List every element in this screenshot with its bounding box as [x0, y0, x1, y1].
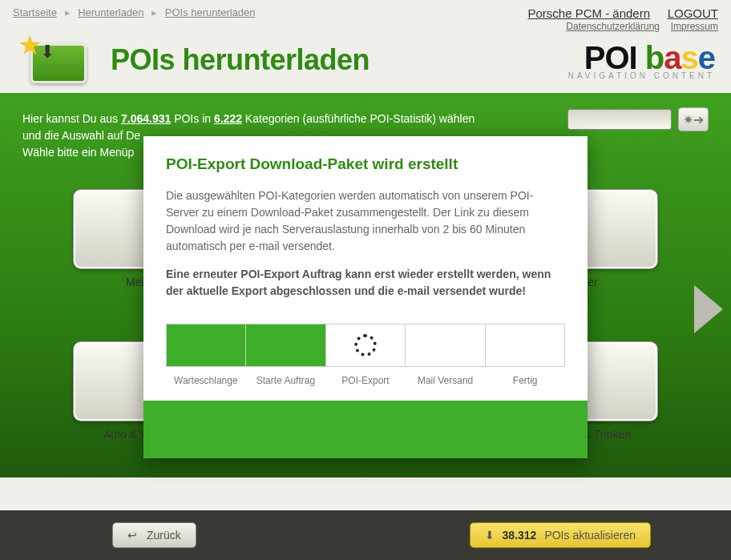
- export-modal: POI-Export Download-Paket wird erstellt …: [143, 136, 588, 458]
- modal-overlay: POI-Export Download-Paket wird erstellt …: [0, 0, 731, 560]
- step-done: [486, 324, 564, 366]
- progress-steps: [166, 324, 565, 367]
- step-queue: [167, 324, 246, 366]
- progress-labels: Warteschlange Starte Auftrag POI-Export …: [166, 375, 565, 386]
- modal-text-1: Die ausgewählten POI-Kategorien werden a…: [166, 187, 565, 255]
- spinner-icon: [354, 334, 377, 357]
- step-start: [246, 324, 325, 366]
- modal-title: POI-Export Download-Paket wird erstellt: [166, 155, 565, 173]
- step-export: [326, 324, 406, 366]
- step-mail: [406, 324, 485, 366]
- modal-text-2: Eine erneuter POI-Export Auftrag kann er…: [166, 266, 565, 300]
- modal-footer: [143, 401, 588, 458]
